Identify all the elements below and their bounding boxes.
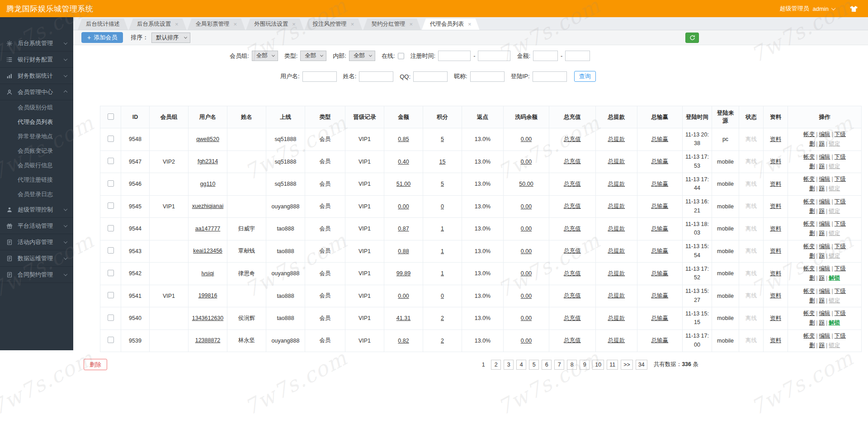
action-link[interactable]: 编辑	[819, 221, 830, 227]
sidebar-item[interactable]: 超级管理控制	[0, 202, 73, 218]
total-winloss-link[interactable]: 总输赢	[651, 292, 669, 299]
lock-link[interactable]: 锁定	[829, 297, 840, 304]
action-link[interactable]: 下级	[835, 333, 846, 339]
action-link[interactable]: 下级	[835, 131, 846, 137]
tab-item[interactable]: 契约分红管理×	[363, 19, 421, 30]
action-link[interactable]: 帐变	[803, 198, 815, 205]
sidebar-subitem[interactable]: 会员账变记录	[0, 144, 73, 158]
sidebar-item[interactable]: 后台系统管理	[0, 35, 73, 52]
username-link[interactable]: lvsiqi	[202, 270, 214, 277]
points-link[interactable]: 5	[441, 136, 444, 142]
sidebar-subitem[interactable]: 代理注册链接	[0, 173, 73, 187]
username-link[interactable]: 1343612630	[192, 315, 224, 321]
row-checkbox[interactable]	[108, 180, 114, 187]
lock-link[interactable]: 锁定	[829, 163, 840, 169]
row-checkbox[interactable]	[108, 225, 114, 231]
wash-balance-link[interactable]: 0.00	[521, 338, 532, 344]
refresh-button[interactable]	[685, 33, 699, 43]
sidebar-item[interactable]: 平台活动管理	[0, 218, 73, 234]
points-link[interactable]: 1	[441, 248, 444, 254]
amount-link[interactable]: 51.00	[396, 181, 410, 187]
total-withdraw-link[interactable]: 总提款	[608, 270, 625, 277]
lock-link[interactable]: 锁定	[829, 253, 840, 259]
action-link[interactable]: 踢	[819, 208, 825, 214]
type-select[interactable]: 全部	[300, 51, 326, 61]
total-recharge-link[interactable]: 总充值	[564, 226, 581, 232]
total-withdraw-link[interactable]: 总提款	[608, 181, 625, 187]
login-ip-input[interactable]	[533, 71, 567, 82]
wash-balance-link[interactable]: 50.00	[519, 181, 533, 187]
action-link[interactable]: 下级	[835, 310, 846, 316]
amount-min-input[interactable]	[533, 51, 558, 61]
action-link[interactable]: 删	[809, 208, 815, 214]
lock-link[interactable]: 锁定	[829, 230, 840, 236]
amount-link[interactable]: 0.00	[398, 203, 409, 210]
total-recharge-link[interactable]: 总充值	[564, 270, 581, 277]
page-number-button[interactable]: 1	[478, 360, 488, 370]
action-link[interactable]: 踢	[819, 297, 825, 304]
action-link[interactable]: 踢	[819, 185, 825, 192]
page-number-button[interactable]: 6	[542, 360, 552, 370]
internal-select[interactable]: 全部	[349, 51, 375, 61]
total-winloss-link[interactable]: 总输赢	[651, 181, 669, 187]
action-link[interactable]: 帐变	[803, 265, 815, 272]
action-link[interactable]: 下级	[835, 288, 846, 294]
profile-link[interactable]: 资料	[770, 292, 781, 299]
row-checkbox[interactable]	[108, 270, 114, 276]
action-link[interactable]: 删	[809, 185, 815, 192]
action-link[interactable]: 下级	[835, 221, 846, 227]
tab-close-icon[interactable]: ×	[409, 21, 413, 27]
sidebar-subitem[interactable]: 会员登录日志	[0, 187, 73, 202]
action-link[interactable]: 编辑	[819, 176, 830, 182]
row-checkbox[interactable]	[108, 337, 114, 343]
profile-link[interactable]: 资料	[770, 315, 781, 321]
action-link[interactable]: 踢	[819, 275, 825, 281]
action-link[interactable]: 踢	[819, 320, 825, 326]
profile-link[interactable]: 资料	[770, 136, 781, 142]
username-link[interactable]: 199816	[198, 292, 217, 299]
profile-link[interactable]: 资料	[770, 226, 781, 232]
tab-close-icon[interactable]: ×	[351, 21, 354, 27]
points-link[interactable]: 2	[441, 315, 444, 321]
action-link[interactable]: 下级	[835, 176, 846, 182]
total-withdraw-link[interactable]: 总提款	[608, 337, 625, 343]
action-link[interactable]: 删	[809, 297, 815, 304]
total-recharge-link[interactable]: 总充值	[564, 315, 581, 321]
action-link[interactable]: 删	[809, 253, 815, 259]
username-input[interactable]	[302, 71, 337, 82]
wash-balance-link[interactable]: 0.00	[521, 159, 532, 165]
username-link[interactable]: fgh2314	[198, 158, 218, 165]
points-link[interactable]: 0	[441, 293, 444, 299]
total-recharge-link[interactable]: 总充值	[564, 181, 581, 187]
page-number-button[interactable]: 11	[607, 360, 618, 370]
action-link[interactable]: 踢	[819, 163, 825, 169]
action-link[interactable]: 删	[809, 141, 815, 147]
total-withdraw-link[interactable]: 总提款	[608, 158, 625, 165]
action-link[interactable]: 帐变	[803, 288, 815, 294]
total-withdraw-link[interactable]: 总提款	[608, 226, 625, 232]
action-link[interactable]: 踢	[819, 141, 825, 147]
sidebar-item[interactable]: 活动内容管理	[0, 234, 73, 250]
total-recharge-link[interactable]: 总充值	[564, 292, 581, 299]
row-checkbox[interactable]	[108, 292, 114, 298]
action-link[interactable]: 编辑	[819, 198, 830, 205]
row-checkbox[interactable]	[108, 247, 114, 254]
total-winloss-link[interactable]: 总输赢	[651, 158, 669, 165]
lock-link[interactable]: 锁定	[829, 141, 840, 147]
action-link[interactable]: 帐变	[803, 154, 815, 160]
page-number-button[interactable]: 4	[516, 360, 526, 370]
unlock-link[interactable]: 解锁	[829, 275, 840, 281]
action-link[interactable]: 删	[809, 230, 815, 236]
wash-balance-link[interactable]: 0.00	[521, 293, 532, 299]
sidebar-item[interactable]: 数据运维管理	[0, 250, 73, 267]
page-number-button[interactable]: 34	[636, 360, 647, 370]
wash-balance-link[interactable]: 0.00	[521, 136, 532, 142]
action-link[interactable]: 编辑	[819, 288, 830, 294]
amount-link[interactable]: 0.85	[398, 136, 409, 142]
tab-close-icon[interactable]: ×	[468, 21, 472, 27]
tab-item[interactable]: 后台统计描述	[78, 19, 128, 30]
total-recharge-link[interactable]: 总充值	[564, 203, 581, 209]
tab-close-icon[interactable]: ×	[234, 21, 237, 27]
action-link[interactable]: 编辑	[819, 333, 830, 339]
name-input[interactable]	[359, 71, 393, 82]
